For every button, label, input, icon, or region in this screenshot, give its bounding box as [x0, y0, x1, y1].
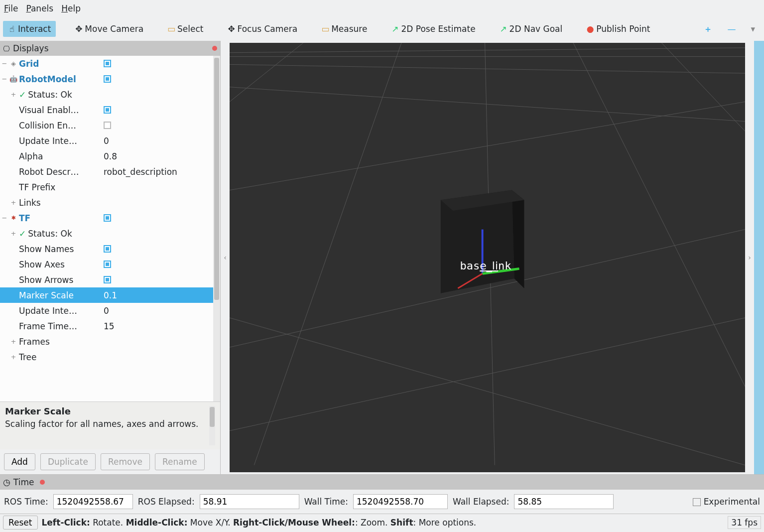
panel-title-label: Time: [13, 477, 34, 487]
tree-item-show-names[interactable]: Show Names: [0, 241, 213, 257]
tree-value[interactable]: robot_description: [102, 167, 213, 177]
tool-measure[interactable]: ▭ Measure: [316, 21, 372, 37]
checkbox[interactable]: [104, 106, 111, 114]
rename-button[interactable]: Rename: [155, 453, 205, 470]
tool-interact[interactable]: ☝ Interact: [3, 21, 56, 37]
right-collapse-handle[interactable]: ›: [745, 41, 754, 474]
left-collapse-handle[interactable]: ‹: [221, 41, 230, 474]
checkbox[interactable]: [104, 276, 111, 283]
pose-estimate-icon: ↗: [391, 25, 399, 33]
tree-label: Show Arrows: [18, 275, 102, 285]
tree-item-show-arrows[interactable]: Show Arrows: [0, 272, 213, 287]
tree-item-tf-update-interval[interactable]: Update Inte… 0: [0, 303, 213, 318]
panel-close-icon[interactable]: [40, 480, 45, 485]
minimize-icon[interactable]: —: [727, 24, 736, 34]
tree-value[interactable]: 0.8: [102, 151, 213, 161]
tree-item-show-axes[interactable]: Show Axes: [0, 257, 213, 272]
tree-scrollbar[interactable]: [213, 56, 220, 401]
checkbox[interactable]: [104, 245, 111, 253]
svg-line-6: [230, 318, 745, 431]
menu-panels[interactable]: Panels: [26, 3, 53, 13]
checkbox[interactable]: [104, 261, 111, 268]
tool-label: Move Camera: [85, 24, 143, 34]
tree-label: TF: [19, 213, 30, 223]
tool-label: Select: [177, 24, 203, 34]
wall-elapsed-label: Wall Elapsed:: [453, 497, 509, 507]
add-tool-icon[interactable]: ＋: [704, 23, 712, 35]
tree-value[interactable]: 0: [102, 136, 213, 146]
description-body: Scaling factor for all names, axes and a…: [5, 418, 206, 429]
tree-item-frames[interactable]: + Frames: [0, 334, 213, 349]
wall-time-input[interactable]: [353, 494, 448, 509]
select-icon: ▭: [167, 25, 175, 33]
tool-focus-camera[interactable]: ✥ Focus Camera: [223, 21, 303, 37]
tree-label: TF Prefix: [18, 182, 102, 192]
monitor-icon: [3, 43, 10, 53]
desc-scrollbar[interactable]: [209, 406, 215, 445]
panel-title-label: Displays: [13, 43, 49, 53]
remove-button[interactable]: Remove: [101, 453, 150, 470]
checkbox[interactable]: [104, 122, 111, 129]
reset-button[interactable]: Reset: [3, 516, 38, 530]
tree-item-collision-enabled[interactable]: Collision En…: [0, 118, 213, 133]
tool-2d-nav-goal[interactable]: ↗ 2D Nav Goal: [495, 21, 568, 37]
checkbox-grid[interactable]: [104, 60, 111, 67]
wall-time-label: Wall Time:: [304, 497, 348, 507]
status-bar: Reset Left-Click: Rotate. Middle-Click: …: [0, 514, 764, 531]
tree-label: Robot Descr…: [18, 167, 102, 177]
experimental-label: Experimental: [704, 497, 760, 507]
tree-item-frame-timeout[interactable]: Frame Time… 15: [0, 318, 213, 334]
checkbox-tf[interactable]: [104, 214, 111, 222]
ros-elapsed-input[interactable]: [200, 494, 299, 509]
tree-item-marker-scale[interactable]: Marker Scale 0.1: [0, 287, 213, 303]
tree-value[interactable]: 0.1: [102, 290, 213, 300]
add-button[interactable]: Add: [4, 453, 35, 470]
menu-help[interactable]: Help: [61, 3, 81, 13]
tree-value[interactable]: 15: [102, 321, 213, 331]
tree-item-grid[interactable]: −◈ Grid: [0, 56, 213, 71]
tool-label: Measure: [331, 24, 367, 34]
tree-item-robotmodel[interactable]: −🤖 RobotModel: [0, 71, 213, 87]
tree-item-alpha[interactable]: Alpha 0.8: [0, 148, 213, 164]
wall-elapsed-input[interactable]: [514, 494, 614, 509]
tool-publish-point[interactable]: ● Publish Point: [581, 21, 655, 37]
tree-value[interactable]: 0: [102, 306, 213, 316]
checkbox-robotmodel[interactable]: [104, 75, 111, 83]
svg-line-9: [254, 43, 401, 465]
tree-label: Frames: [18, 337, 102, 347]
move-camera-icon: ✥: [75, 25, 83, 33]
right-dock-strip[interactable]: [754, 41, 764, 474]
tool-select[interactable]: ▭ Select: [162, 21, 208, 37]
3d-viewport[interactable]: base_link: [230, 43, 745, 472]
focus-camera-icon: ✥: [228, 25, 236, 33]
displays-panel-title[interactable]: Displays: [0, 41, 220, 56]
frame-label: base_link: [460, 260, 511, 272]
panel-close-icon[interactable]: [212, 46, 217, 51]
experimental-checkbox[interactable]: Experimental: [693, 497, 760, 507]
menu-file[interactable]: File: [4, 3, 18, 13]
nav-goal-icon: ↗: [500, 25, 508, 33]
ros-time-input[interactable]: [53, 494, 133, 509]
tree-item-rm-update-interval[interactable]: Update Inte… 0: [0, 133, 213, 148]
tree-item-links[interactable]: + Links: [0, 195, 213, 210]
interact-icon: ☝: [8, 25, 16, 33]
tool-label: Publish Point: [596, 24, 650, 34]
duplicate-button[interactable]: Duplicate: [40, 453, 96, 470]
tree-item-visual-enabled[interactable]: Visual Enabl…: [0, 102, 213, 118]
tree-item-tree[interactable]: + Tree: [0, 349, 213, 365]
close-icon[interactable]: ▾: [751, 24, 755, 34]
tool-2d-pose-estimate[interactable]: ↗ 2D Pose Estimate: [386, 21, 480, 37]
tree-label: Visual Enabl…: [18, 105, 102, 115]
tool-move-camera[interactable]: ✥ Move Camera: [70, 21, 148, 37]
time-panel-title[interactable]: Time: [0, 475, 764, 490]
tree-item-tf-prefix[interactable]: TF Prefix: [0, 179, 213, 195]
tree-item-tf-status[interactable]: + ✓ Status: Ok: [0, 226, 213, 241]
tree-item-rm-status[interactable]: + ✓ Status: Ok: [0, 87, 213, 102]
tree-item-tf[interactable]: −✱ TF: [0, 210, 213, 226]
tree-label: Update Inte…: [18, 136, 102, 146]
tree-label: Frame Time…: [18, 321, 102, 331]
tree-label: Collision En…: [18, 121, 102, 131]
tree-item-robot-description[interactable]: Robot Descr… robot_description: [0, 164, 213, 179]
tree-label: Status: Ok: [28, 229, 72, 239]
displays-tree[interactable]: −◈ Grid −🤖 RobotModel + ✓ Status: Ok Vis…: [0, 56, 213, 401]
